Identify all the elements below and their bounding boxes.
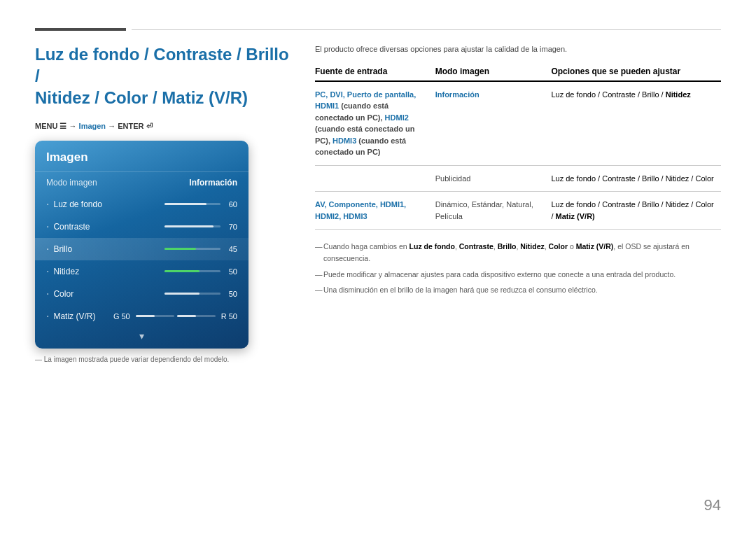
tv-panel: Imagen Modo imagen Información Luz de fo… xyxy=(35,141,248,349)
luz-de-fondo-controls: 60 xyxy=(164,200,237,209)
luz-de-fondo-value: 60 xyxy=(225,200,237,209)
brillo-label: Brillo xyxy=(46,243,72,255)
notes-section: Cuando haga cambios en Luz de fondo, Con… xyxy=(315,241,721,296)
row1-options: Luz de fondo / Contraste / Brillo / Niti… xyxy=(547,89,721,158)
menu-item-luz-de-fondo[interactable]: Luz de fondo 60 xyxy=(35,193,248,216)
top-lines xyxy=(35,28,721,31)
luz-de-fondo-slider[interactable] xyxy=(164,203,220,205)
brillo-controls: 45 xyxy=(164,245,237,253)
contraste-value: 70 xyxy=(225,223,237,231)
tv-header-label: Modo imagen xyxy=(46,178,97,188)
brillo-value: 45 xyxy=(225,245,237,253)
note-1: Cuando haga cambios en Luz de fondo, Con… xyxy=(315,241,721,265)
col-header-options: Opciones que se pueden ajustar xyxy=(547,66,721,76)
nitidez-slider[interactable] xyxy=(164,270,220,272)
row3-options: Luz de fondo / Contraste / Brillo / Niti… xyxy=(547,199,721,222)
intro-text: El producto ofrece diversas opciones par… xyxy=(315,43,721,55)
row2-source xyxy=(315,173,431,185)
top-line-light xyxy=(132,29,721,30)
menu-item-contraste[interactable]: Contraste 70 xyxy=(35,216,248,238)
luz-de-fondo-label: Luz de fondo xyxy=(46,198,102,211)
row3-source: AV, Componente, HDMI1, HDMI2, HDMI3 xyxy=(315,199,431,222)
nitidez-controls: 50 xyxy=(164,267,237,276)
color-fill xyxy=(164,293,200,295)
menu-path: MENU ☰ → Imagen → ENTER ⏎ xyxy=(35,122,294,131)
tv-header-row: Modo imagen Información xyxy=(35,175,248,193)
right-column: El producto ofrece diversas opciones par… xyxy=(315,43,721,363)
imagen-label: Imagen xyxy=(79,122,106,130)
table-row-1: PC, DVI, Puerto de pantalla, HDMI1 (cuan… xyxy=(315,82,721,166)
enter-label: ENTER xyxy=(118,122,144,130)
matiz-g-label: G 50 xyxy=(113,312,130,321)
menu-item-matiz[interactable]: Matiz (V/R) G 50 R 50 xyxy=(35,305,248,328)
main-layout: Luz de fondo / Contraste / Brillo /Nitid… xyxy=(35,43,721,363)
row2-options: Luz de fondo / Contraste / Brillo / Niti… xyxy=(547,173,721,185)
row1-source: PC, DVI, Puerto de pantalla, HDMI1 (cuan… xyxy=(315,89,431,158)
table-row-3: AV, Componente, HDMI1, HDMI2, HDMI3 Diná… xyxy=(315,192,721,230)
matiz-fill-right xyxy=(177,315,197,317)
down-arrow-icon: ▾ xyxy=(35,328,248,342)
note-3: Una disminución en el brillo de la image… xyxy=(315,284,721,296)
page-container: Luz de fondo / Contraste / Brillo /Nitid… xyxy=(0,0,756,534)
arrow1: → xyxy=(69,122,79,130)
contraste-controls: 70 xyxy=(164,223,237,231)
matiz-slider-right[interactable] xyxy=(177,315,216,317)
enter-icon: ⏎ xyxy=(146,122,153,130)
tv-panel-title: Imagen xyxy=(35,150,248,172)
menu-item-brillo[interactable]: Brillo 45 xyxy=(35,238,248,260)
menu-label: MENU xyxy=(35,122,57,130)
row3-mode: Dinámico, Estándar, Natural, Película xyxy=(431,199,547,222)
page-number: 94 xyxy=(704,496,721,514)
color-slider[interactable] xyxy=(164,293,220,295)
matiz-fill-left xyxy=(136,315,155,317)
menu-item-nitidez[interactable]: Nitidez 50 xyxy=(35,260,248,283)
tv-header-value: Información xyxy=(189,178,237,188)
page-title: Luz de fondo / Contraste / Brillo /Nitid… xyxy=(35,43,294,109)
note-2: Puede modificar y almacenar ajustes para… xyxy=(315,269,721,281)
table-header: Fuente de entrada Modo imagen Opciones q… xyxy=(315,66,721,82)
menu-item-color[interactable]: Color 50 xyxy=(35,283,248,305)
image-caption: ― La imagen mostrada puede variar depend… xyxy=(35,356,294,363)
color-controls: 50 xyxy=(164,290,237,298)
col-header-mode: Modo imagen xyxy=(431,66,547,76)
table-row-2: Publicidad Luz de fondo / Contraste / Br… xyxy=(315,166,721,192)
top-line-dark xyxy=(35,28,126,31)
contraste-fill xyxy=(164,225,214,227)
row2-mode: Publicidad xyxy=(431,173,547,185)
nitidez-label: Nitidez xyxy=(46,265,79,278)
luz-de-fondo-fill xyxy=(164,203,206,205)
contraste-label: Contraste xyxy=(46,220,90,233)
contraste-slider[interactable] xyxy=(164,225,220,227)
left-column: Luz de fondo / Contraste / Brillo /Nitid… xyxy=(35,43,294,363)
brillo-slider[interactable] xyxy=(164,248,220,250)
row1-mode: Información xyxy=(431,89,547,158)
color-label: Color xyxy=(46,288,74,300)
brillo-fill xyxy=(164,248,196,250)
menu-icon: ☰ xyxy=(59,122,66,130)
col-header-source: Fuente de entrada xyxy=(315,66,431,76)
arrow2: → xyxy=(108,122,118,130)
matiz-controls: G 50 R 50 xyxy=(113,312,237,321)
nitidez-value: 50 xyxy=(225,267,237,276)
matiz-label: Matiz (V/R) xyxy=(46,310,95,323)
matiz-r-label: R 50 xyxy=(221,312,237,321)
matiz-slider-left[interactable] xyxy=(136,315,174,317)
nitidez-fill xyxy=(164,270,200,272)
color-value: 50 xyxy=(225,290,237,298)
